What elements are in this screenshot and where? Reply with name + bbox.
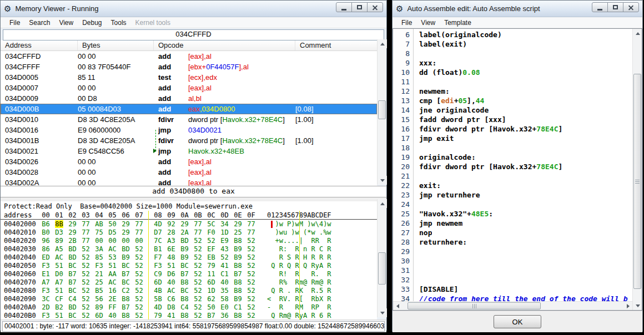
hex-byte[interactable]: 2A	[180, 229, 189, 236]
hex-byte[interactable]: FF	[108, 303, 117, 311]
hex-byte[interactable]: B7	[68, 278, 77, 286]
hex-byte[interactable]: 52	[220, 253, 229, 261]
hex-byte[interactable]: 52	[247, 287, 255, 295]
address-input[interactable]: 034CFFFD	[3, 29, 384, 40]
hex-byte[interactable]: F3	[42, 287, 50, 295]
hex-byte[interactable]: 52	[135, 287, 143, 295]
hex-byte[interactable]: 52	[135, 295, 143, 303]
hex-byte[interactable]: 41	[167, 312, 175, 319]
hex-byte[interactable]: BD	[68, 253, 77, 261]
disasm-row[interactable]: 034D002600 00add[eax],al	[1, 156, 377, 167]
scroll-up-button[interactable]	[378, 39, 387, 48]
hex-byte[interactable]: B7	[234, 270, 242, 278]
hex-byte-selected[interactable]: 8B	[55, 220, 63, 228]
script-line[interactable]: 17jmp exit	[393, 134, 632, 143]
hex-byte[interactable]: 00	[108, 237, 117, 245]
hex-byte[interactable]: E0	[220, 303, 229, 311]
hex-byte[interactable]: F3	[42, 262, 50, 270]
hex-row[interactable]: 0040203086A5BD523AACBD52B16EB952EF43B952…	[1, 245, 377, 253]
hex-byte[interactable]: C4	[68, 295, 77, 303]
script-line[interactable]: 6label(originalcode)	[393, 30, 632, 39]
column-header-bytes[interactable]: Bytes	[78, 40, 154, 50]
hex-byte[interactable]: 29	[122, 229, 130, 236]
hex-byte[interactable]: 89	[55, 237, 63, 245]
editor-hscroll-thumb[interactable]	[407, 302, 541, 309]
hex-byte[interactable]: B8	[234, 262, 242, 270]
script-line[interactable]: 19originalcode:	[393, 153, 632, 162]
hex-byte[interactable]: B8	[122, 295, 130, 303]
hex-byte[interactable]: F3	[95, 262, 103, 270]
hex-row[interactable]: 004020B0F351BC526D40B8527941B852B736B852…	[1, 311, 377, 319]
hex-byte[interactable]: 3A	[95, 245, 103, 253]
script-line[interactable]: 25"Havok.x32"+48E5:	[393, 209, 632, 219]
disassembly-list[interactable]: 034CFFFD00 00add[eax],al034CFFFF00 83 7F…	[1, 51, 377, 186]
hex-byte[interactable]: 6D	[207, 278, 215, 286]
hex-byte[interactable]: 5C	[207, 220, 215, 228]
hex-byte[interactable]: 62	[207, 295, 215, 303]
hex-byte[interactable]: 52	[194, 237, 202, 245]
hex-byte[interactable]: BC	[68, 312, 77, 319]
hex-byte[interactable]: 00	[122, 237, 130, 245]
hex-byte[interactable]: D5	[108, 229, 117, 236]
hex-byte[interactable]: B9	[180, 245, 189, 253]
maximize-button[interactable]	[351, 2, 368, 12]
hex-byte[interactable]: 52	[82, 253, 90, 261]
hex-byte[interactable]: 00	[95, 237, 103, 245]
hex-byte[interactable]: ED	[42, 253, 50, 261]
menu-item-file[interactable]: File	[397, 19, 416, 27]
hex-row[interactable]: 00402080F351BC52B516C2524BACBC521D35B852…	[1, 286, 377, 295]
hex-byte[interactable]: B1	[154, 245, 162, 253]
hex-byte[interactable]: 7C	[154, 237, 162, 245]
disasm-row[interactable]: 034D002A00 00add[eax],al	[1, 177, 377, 186]
menu-item-tools[interactable]: Tools	[107, 19, 131, 27]
hex-byte[interactable]: 51	[55, 262, 63, 270]
script-line[interactable]: 33[DISABLE]	[393, 285, 632, 294]
hex-byte[interactable]: AC	[108, 245, 117, 253]
editor-horizontal-scrollbar[interactable]	[393, 301, 632, 310]
hex-byte[interactable]: B6	[42, 220, 50, 228]
hex-row[interactable]: 00402000B68B2977AB5029774D9229775C342977…	[1, 220, 377, 228]
pane-splitter[interactable]: ......	[1, 197, 386, 201]
minimize-button[interactable]	[592, 2, 608, 12]
hex-byte[interactable]: 89	[95, 303, 103, 311]
hex-byte[interactable]: B7	[122, 270, 130, 278]
hex-byte[interactable]: 29	[180, 220, 189, 228]
hexview[interactable]: Protect:Read Only Base=00402000 Size=100…	[1, 201, 377, 319]
hex-byte[interactable]: BC	[68, 287, 77, 295]
hex-byte[interactable]: 58	[220, 295, 229, 303]
hex-byte[interactable]: 52	[194, 303, 202, 311]
script-line[interactable]: 9xxx:	[393, 58, 632, 68]
hex-byte[interactable]: 35	[220, 287, 229, 295]
hex-byte[interactable]: 52	[135, 312, 143, 319]
hex-byte[interactable]: 1D	[207, 287, 215, 295]
script-line[interactable]: 21	[393, 171, 632, 181]
hex-byte[interactable]: 52	[82, 270, 90, 278]
hex-byte[interactable]: BC	[122, 262, 130, 270]
editor-vertical-scrollbar[interactable]	[632, 29, 642, 310]
hex-byte[interactable]: B2	[55, 303, 63, 311]
hex-byte[interactable]: 21	[95, 270, 103, 278]
hex-byte[interactable]: C1	[234, 303, 242, 311]
hex-byte[interactable]: B8	[180, 312, 189, 319]
hex-byte[interactable]: 40	[220, 278, 229, 286]
hex-byte[interactable]: 52	[194, 262, 202, 270]
menu-item-search[interactable]: Search	[24, 19, 54, 27]
hex-byte[interactable]: 77	[82, 229, 90, 236]
hex-byte[interactable]: 52	[135, 253, 143, 261]
hex-byte[interactable]: C2	[122, 287, 130, 295]
scroll-left-button[interactable]	[393, 302, 402, 310]
hex-byte[interactable]: 85	[95, 253, 103, 261]
hex-byte[interactable]: 52	[82, 303, 90, 311]
script-line[interactable]: 10dd (float)0.08	[393, 68, 632, 77]
hex-byte[interactable]: 52	[82, 287, 90, 295]
hex-byte[interactable]: 11	[207, 270, 215, 278]
hex-row[interactable]: 00402070A7A7B75225ACBC526D40B8526D40B852…	[1, 278, 377, 286]
hex-byte[interactable]: AC	[108, 278, 117, 286]
hex-byte[interactable]: 51	[55, 312, 63, 319]
hex-byte[interactable]: B8	[234, 287, 242, 295]
hex-byte[interactable]: 4D	[154, 220, 162, 228]
hex-byte[interactable]: 25	[234, 229, 242, 236]
hex-byte[interactable]: 50	[108, 220, 117, 228]
hex-byte[interactable]: 52	[82, 262, 90, 270]
script-line[interactable]: 27nop	[393, 228, 632, 237]
